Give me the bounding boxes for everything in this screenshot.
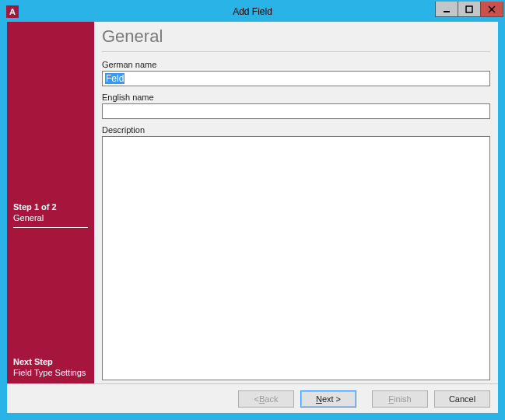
wizard-button-row: < Back Next > Finish Cancel — [7, 383, 498, 413]
maximize-button[interactable] — [458, 2, 481, 17]
back-button[interactable]: < Back — [238, 390, 294, 408]
german-name-value: Feld — [105, 73, 124, 84]
step-counter: Step 1 of 2 — [13, 202, 88, 212]
finish-label-mn: F — [388, 394, 394, 404]
description-label: Description — [102, 125, 490, 135]
next-step-title: Next Step — [13, 357, 88, 366]
titlebar: A Add Field — [2, 2, 503, 22]
next-button[interactable]: Next > — [300, 390, 356, 408]
back-label-mn: B — [259, 394, 265, 404]
wizard-sidebar: Step 1 of 2 General Next Step Field Type… — [7, 22, 94, 383]
current-step-block: Step 1 of 2 General — [13, 202, 88, 228]
client-area: Step 1 of 2 General Next Step Field Type… — [7, 22, 498, 413]
window-controls — [436, 2, 503, 17]
header-divider — [102, 51, 490, 52]
app-icon: A — [6, 5, 19, 18]
next-label-suffix: ext > — [322, 394, 341, 404]
cancel-button[interactable]: Cancel — [434, 390, 490, 408]
app-icon-letter: A — [9, 7, 16, 16]
finish-label-suffix: inish — [394, 394, 412, 404]
svg-rect-0 — [444, 11, 450, 12]
finish-button[interactable]: Finish — [372, 390, 428, 408]
window-title: Add Field — [2, 6, 503, 17]
main-panel: General German name Feld English name De… — [94, 22, 498, 383]
page-title: General — [102, 22, 490, 51]
close-button[interactable] — [480, 2, 503, 17]
cancel-label: Cancel — [449, 394, 475, 404]
step-divider — [13, 227, 88, 228]
german-name-label: German name — [102, 60, 490, 69]
minimize-button[interactable] — [435, 2, 458, 17]
next-step-name: Field Type Settings — [13, 368, 88, 377]
window-frame: A Add Field Step 1 of 2 General — [0, 0, 505, 420]
description-textarea[interactable] — [102, 136, 490, 380]
back-label-suffix: ack — [265, 394, 278, 404]
english-name-label: English name — [102, 93, 490, 102]
next-step-block: Next Step Field Type Settings — [13, 357, 88, 377]
upper-area: Step 1 of 2 General Next Step Field Type… — [7, 22, 498, 383]
german-name-input[interactable]: Feld — [102, 71, 490, 86]
step-name: General — [13, 213, 88, 222]
next-label-mn: N — [316, 394, 322, 404]
english-name-input[interactable] — [102, 103, 490, 119]
svg-rect-1 — [466, 6, 472, 12]
